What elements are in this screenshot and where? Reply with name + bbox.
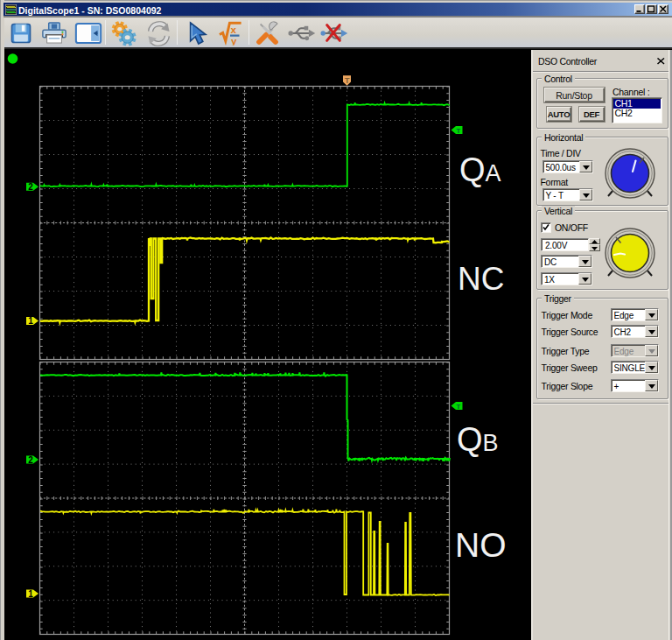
svg-text:NO: NO — [455, 526, 507, 564]
svg-text:T: T — [457, 127, 461, 135]
svg-text:QA: QA — [459, 151, 501, 188]
svg-text:1: 1 — [28, 589, 33, 599]
svg-text:QB: QB — [457, 421, 499, 458]
svg-text:T: T — [457, 403, 461, 411]
svg-text:2: 2 — [28, 182, 33, 192]
svg-text:T: T — [345, 76, 350, 85]
svg-text:NC: NC — [458, 261, 504, 297]
svg-text:1: 1 — [28, 316, 33, 326]
svg-text:2: 2 — [28, 455, 33, 465]
